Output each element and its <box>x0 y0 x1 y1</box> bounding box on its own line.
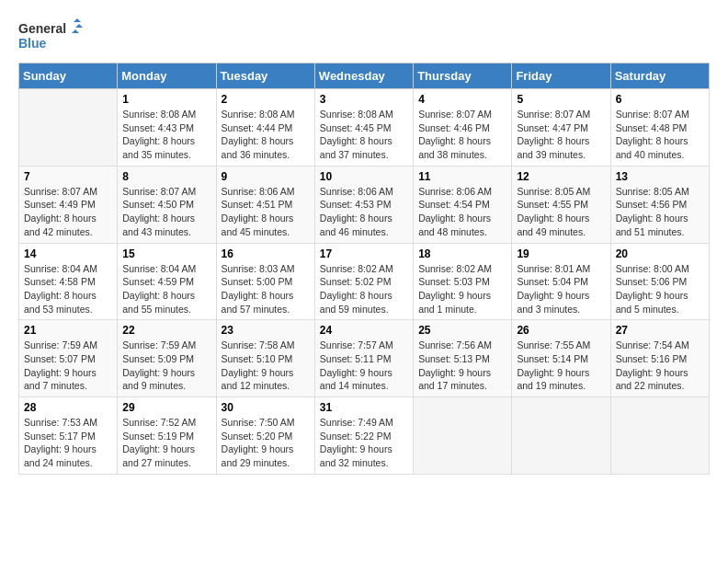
day-number: 24 <box>320 324 408 337</box>
svg-text:General: General <box>18 21 66 36</box>
calendar-cell <box>512 397 610 475</box>
day-info: Sunrise: 8:04 AM Sunset: 4:59 PM Dayligh… <box>122 262 210 316</box>
calendar-cell: 23Sunrise: 7:58 AM Sunset: 5:10 PM Dayli… <box>216 320 314 397</box>
weekday-header-friday: Friday <box>512 63 610 89</box>
day-info: Sunrise: 8:06 AM Sunset: 4:51 PM Dayligh… <box>222 185 310 239</box>
day-info: Sunrise: 8:08 AM Sunset: 4:45 PM Dayligh… <box>320 108 408 162</box>
calendar-cell: 6Sunrise: 8:07 AM Sunset: 4:48 PM Daylig… <box>610 89 709 167</box>
calendar-cell: 14Sunrise: 8:04 AM Sunset: 4:58 PM Dayli… <box>19 243 118 320</box>
day-info: Sunrise: 8:04 AM Sunset: 4:58 PM Dayligh… <box>24 262 112 316</box>
day-number: 6 <box>616 93 704 106</box>
svg-marker-3 <box>75 24 83 28</box>
day-info: Sunrise: 8:06 AM Sunset: 4:53 PM Dayligh… <box>320 185 408 239</box>
week-row-2: 7Sunrise: 8:07 AM Sunset: 4:49 PM Daylig… <box>19 166 710 243</box>
calendar-cell: 12Sunrise: 8:05 AM Sunset: 4:55 PM Dayli… <box>512 166 610 243</box>
day-info: Sunrise: 8:07 AM Sunset: 4:48 PM Dayligh… <box>616 108 704 162</box>
day-info: Sunrise: 8:07 AM Sunset: 4:46 PM Dayligh… <box>418 108 506 162</box>
weekday-header-row: SundayMondayTuesdayWednesdayThursdayFrid… <box>19 63 710 89</box>
day-info: Sunrise: 8:03 AM Sunset: 5:00 PM Dayligh… <box>222 262 310 316</box>
calendar-cell: 9Sunrise: 8:06 AM Sunset: 4:51 PM Daylig… <box>216 166 314 243</box>
day-number: 17 <box>320 247 408 260</box>
calendar-cell: 3Sunrise: 8:08 AM Sunset: 4:45 PM Daylig… <box>314 89 413 167</box>
svg-marker-2 <box>74 18 81 22</box>
calendar-cell: 10Sunrise: 8:06 AM Sunset: 4:53 PM Dayli… <box>314 166 413 243</box>
calendar-cell: 27Sunrise: 7:54 AM Sunset: 5:16 PM Dayli… <box>610 320 709 397</box>
day-number: 19 <box>517 247 605 260</box>
day-info: Sunrise: 7:52 AM Sunset: 5:19 PM Dayligh… <box>122 416 210 470</box>
day-number: 31 <box>320 401 408 414</box>
calendar-cell: 8Sunrise: 8:07 AM Sunset: 4:50 PM Daylig… <box>118 166 216 243</box>
calendar-cell: 5Sunrise: 8:07 AM Sunset: 4:47 PM Daylig… <box>512 89 610 167</box>
calendar-cell: 22Sunrise: 7:59 AM Sunset: 5:09 PM Dayli… <box>118 320 216 397</box>
day-number: 16 <box>222 247 310 260</box>
calendar-cell: 7Sunrise: 8:07 AM Sunset: 4:49 PM Daylig… <box>19 166 118 243</box>
weekday-header-tuesday: Tuesday <box>216 63 314 89</box>
calendar-cell: 1Sunrise: 8:08 AM Sunset: 4:43 PM Daylig… <box>118 89 216 167</box>
day-number: 8 <box>122 170 210 183</box>
calendar-cell: 17Sunrise: 8:02 AM Sunset: 5:02 PM Dayli… <box>314 243 413 320</box>
day-info: Sunrise: 8:07 AM Sunset: 4:47 PM Dayligh… <box>517 108 605 162</box>
day-info: Sunrise: 7:56 AM Sunset: 5:13 PM Dayligh… <box>418 339 506 393</box>
day-number: 29 <box>122 401 210 414</box>
calendar-cell: 13Sunrise: 8:05 AM Sunset: 4:56 PM Dayli… <box>610 166 709 243</box>
day-number: 12 <box>517 170 605 183</box>
day-info: Sunrise: 8:07 AM Sunset: 4:50 PM Dayligh… <box>122 185 210 239</box>
day-number: 1 <box>122 93 210 106</box>
calendar-cell: 15Sunrise: 8:04 AM Sunset: 4:59 PM Dayli… <box>118 243 216 320</box>
day-number: 10 <box>320 170 408 183</box>
day-number: 22 <box>122 324 210 337</box>
day-info: Sunrise: 8:02 AM Sunset: 5:03 PM Dayligh… <box>418 262 506 316</box>
logo-svg: General Blue <box>18 18 83 55</box>
calendar-cell: 29Sunrise: 7:52 AM Sunset: 5:19 PM Dayli… <box>118 397 216 475</box>
day-number: 13 <box>616 170 704 183</box>
calendar-cell: 2Sunrise: 8:08 AM Sunset: 4:44 PM Daylig… <box>216 89 314 167</box>
day-info: Sunrise: 7:58 AM Sunset: 5:10 PM Dayligh… <box>222 339 310 393</box>
day-number: 30 <box>222 401 310 414</box>
day-number: 11 <box>418 170 506 183</box>
calendar-cell: 30Sunrise: 7:50 AM Sunset: 5:20 PM Dayli… <box>216 397 314 475</box>
day-number: 20 <box>616 247 704 260</box>
day-info: Sunrise: 8:02 AM Sunset: 5:02 PM Dayligh… <box>320 262 408 316</box>
calendar-cell: 25Sunrise: 7:56 AM Sunset: 5:13 PM Dayli… <box>414 320 512 397</box>
calendar-cell <box>414 397 512 475</box>
day-number: 3 <box>320 93 408 106</box>
day-info: Sunrise: 8:06 AM Sunset: 4:54 PM Dayligh… <box>418 185 506 239</box>
day-number: 18 <box>418 247 506 260</box>
weekday-header-wednesday: Wednesday <box>314 63 413 89</box>
day-number: 28 <box>24 401 112 414</box>
day-number: 23 <box>222 324 310 337</box>
week-row-5: 28Sunrise: 7:53 AM Sunset: 5:17 PM Dayli… <box>19 397 710 475</box>
calendar-cell: 26Sunrise: 7:55 AM Sunset: 5:14 PM Dayli… <box>512 320 610 397</box>
calendar-cell: 20Sunrise: 8:00 AM Sunset: 5:06 PM Dayli… <box>610 243 709 320</box>
day-info: Sunrise: 7:49 AM Sunset: 5:22 PM Dayligh… <box>320 416 408 470</box>
day-info: Sunrise: 7:50 AM Sunset: 5:20 PM Dayligh… <box>222 416 310 470</box>
day-info: Sunrise: 8:05 AM Sunset: 4:55 PM Dayligh… <box>517 185 605 239</box>
calendar-cell <box>19 89 118 167</box>
weekday-header-monday: Monday <box>118 63 216 89</box>
calendar-cell: 31Sunrise: 7:49 AM Sunset: 5:22 PM Dayli… <box>314 397 413 475</box>
svg-marker-4 <box>72 29 79 33</box>
day-number: 4 <box>418 93 506 106</box>
calendar-cell: 21Sunrise: 7:59 AM Sunset: 5:07 PM Dayli… <box>19 320 118 397</box>
weekday-header-thursday: Thursday <box>414 63 512 89</box>
day-number: 7 <box>24 170 112 183</box>
day-info: Sunrise: 8:05 AM Sunset: 4:56 PM Dayligh… <box>616 185 704 239</box>
logo: General Blue <box>18 18 83 55</box>
day-info: Sunrise: 8:08 AM Sunset: 4:43 PM Dayligh… <box>122 108 210 162</box>
day-number: 14 <box>24 247 112 260</box>
day-info: Sunrise: 8:07 AM Sunset: 4:49 PM Dayligh… <box>24 185 112 239</box>
day-info: Sunrise: 7:59 AM Sunset: 5:09 PM Dayligh… <box>122 339 210 393</box>
day-info: Sunrise: 8:01 AM Sunset: 5:04 PM Dayligh… <box>517 262 605 316</box>
day-number: 27 <box>616 324 704 337</box>
day-number: 9 <box>222 170 310 183</box>
calendar-cell: 4Sunrise: 8:07 AM Sunset: 4:46 PM Daylig… <box>414 89 512 167</box>
day-info: Sunrise: 7:53 AM Sunset: 5:17 PM Dayligh… <box>24 416 112 470</box>
weekday-header-sunday: Sunday <box>19 63 118 89</box>
calendar: SundayMondayTuesdayWednesdayThursdayFrid… <box>18 63 710 475</box>
calendar-cell: 28Sunrise: 7:53 AM Sunset: 5:17 PM Dayli… <box>19 397 118 475</box>
day-info: Sunrise: 7:55 AM Sunset: 5:14 PM Dayligh… <box>517 339 605 393</box>
day-number: 5 <box>517 93 605 106</box>
week-row-4: 21Sunrise: 7:59 AM Sunset: 5:07 PM Dayli… <box>19 320 710 397</box>
day-number: 2 <box>222 93 310 106</box>
calendar-cell: 24Sunrise: 7:57 AM Sunset: 5:11 PM Dayli… <box>314 320 413 397</box>
